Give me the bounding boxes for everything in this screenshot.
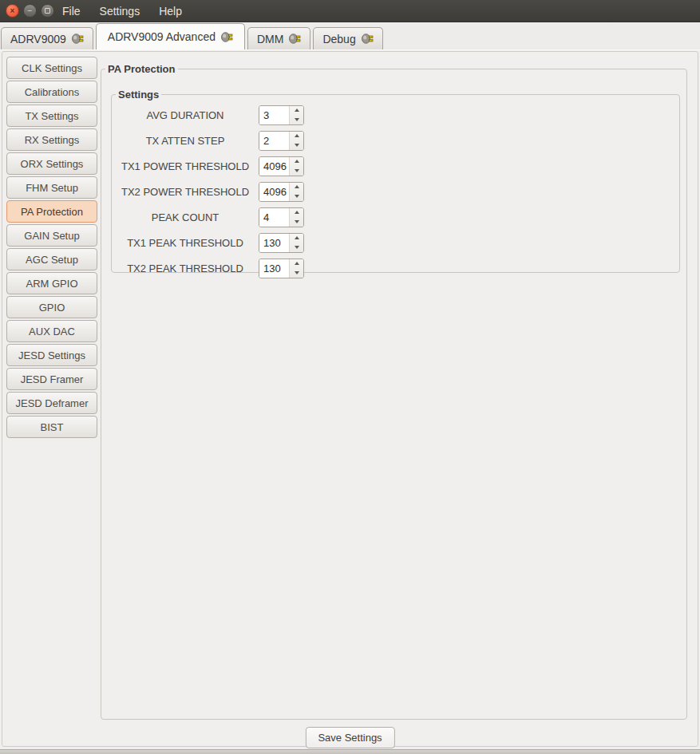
sidebar-item[interactable]: CLK Settings [6,57,97,79]
field-label: TX2 PEAK THRESHOLD [112,263,259,274]
up-arrow-icon [295,236,299,239]
tab[interactable]: Debug [313,27,382,49]
spinbox-value[interactable]: 3 [259,106,289,124]
sidebar-item[interactable]: FHM Setup [6,176,97,199]
close-icon[interactable]: × [6,4,19,18]
tab[interactable]: DMM [247,27,310,49]
spin-down-button[interactable] [290,191,303,201]
tab[interactable]: ADRV9009 Advanced [96,23,245,49]
spinbox-buttons [289,157,303,176]
tab-label: ADRV9009 Advanced [108,30,216,43]
sidebar-item[interactable]: JESD Settings [6,344,97,366]
up-arrow-icon [295,211,299,214]
settings-group: Settings AVG DURATION 3 [111,89,680,273]
spinbox-value[interactable]: 4096 [259,157,289,176]
tab-label: DMM [257,33,283,45]
spin-up-button[interactable] [290,183,303,192]
spinbox[interactable]: 2 [259,131,304,151]
menubar: File Settings Help [62,5,182,18]
sidebar-item[interactable]: ORX Settings [6,152,97,175]
menu-item[interactable]: File [62,5,81,18]
window-controls: × − [0,4,57,18]
sidebar-item[interactable]: AGC Setup [6,248,97,270]
spinbox[interactable]: 4096 [259,182,304,202]
up-arrow-icon [295,160,299,163]
field-row: TX1 PEAK THRESHOLD 130 [112,230,679,255]
up-arrow-icon [295,262,299,265]
plug-icon [289,34,301,44]
spinbox-buttons [289,259,303,278]
sidebar-item[interactable]: JESD Deframer [6,392,97,414]
spinbox-buttons [289,234,303,252]
spin-up-button[interactable] [290,157,303,167]
tab-label: Debug [322,33,355,45]
window-bottom-edge [0,749,700,754]
pa-protection-group-title: PA Protection [105,63,178,75]
tab-bar: ADRV9009 ADRV9009 Advanced DMM [0,22,700,49]
spinbox[interactable]: 4 [259,207,304,227]
field-row: TX2 POWER THRESHOLD 4096 [112,179,679,204]
field-row: TX1 POWER THRESHOLD 4096 [112,153,679,179]
field-label: TX1 POWER THRESHOLD [112,160,259,172]
spin-down-button[interactable] [290,217,303,227]
plug-icon [362,34,374,44]
settings-group-title: Settings [116,89,161,101]
tab-page-adrv9009-advanced: CLK Settings Calibrations TX Settings RX… [0,49,700,749]
spin-up-button[interactable] [290,106,303,116]
spin-up-button[interactable] [290,234,303,243]
plug-icon [72,34,84,44]
spinbox-value[interactable]: 4 [259,208,289,227]
pa-protection-group: PA Protection Settings AVG DURATION 3 [101,63,687,720]
spinbox[interactable]: 130 [259,233,304,253]
spin-down-button[interactable] [290,166,303,176]
down-arrow-icon [295,195,299,198]
spin-down-button[interactable] [290,268,303,278]
minimize-icon[interactable]: − [23,4,37,18]
sidebar-item[interactable]: TX Settings [6,105,97,127]
sidebar-item[interactable]: GPIO [6,296,97,318]
spinbox[interactable]: 130 [259,259,304,278]
spin-down-button[interactable] [290,115,303,124]
menu-item[interactable]: Settings [100,5,140,18]
spinbox-buttons [289,106,303,124]
field-row: AVG DURATION 3 [112,102,679,128]
down-arrow-icon [295,246,299,249]
sidebar-item[interactable]: BIST [6,416,97,438]
field-label: TX2 POWER THRESHOLD [112,186,259,198]
sidebar-item[interactable]: PA Protection [6,200,97,223]
down-arrow-icon [295,271,299,274]
spinbox-buttons [289,132,303,150]
titlebar: × − File Settings Help [0,0,700,22]
field-row: PEAK COUNT 4 [112,204,679,230]
menu-item[interactable]: Help [159,5,182,18]
save-settings-button[interactable]: Save Settings [305,727,394,748]
spin-up-button[interactable] [290,132,303,141]
sidebar-item[interactable]: ARM GPIO [6,272,97,294]
field-label: TX ATTEN STEP [112,135,259,147]
spinbox-buttons [289,183,303,201]
spin-up-button[interactable] [290,259,303,269]
spin-down-button[interactable] [290,140,303,150]
sidebar-item[interactable]: Calibrations [6,81,97,103]
spinbox[interactable]: 3 [259,105,304,125]
spin-down-button[interactable] [290,243,303,252]
spinbox[interactable]: 4096 [259,156,304,176]
spinbox-value[interactable]: 2 [259,132,289,150]
plug-icon [221,32,233,42]
sidebar-item[interactable]: AUX DAC [6,320,97,342]
spinbox-value[interactable]: 130 [259,259,289,278]
sidebar-item[interactable]: GAIN Setup [6,224,97,247]
sidebar: CLK Settings Calibrations TX Settings RX… [6,57,97,438]
tab-label: ADRV9009 [10,33,66,45]
spin-up-button[interactable] [290,208,303,218]
down-arrow-icon [295,144,299,147]
tab[interactable]: ADRV9009 [1,27,93,49]
sidebar-item[interactable]: JESD Framer [6,368,97,390]
field-label: TX1 PEAK THRESHOLD [112,237,259,249]
sidebar-item[interactable]: RX Settings [6,128,97,151]
spinbox-value[interactable]: 4096 [259,183,289,201]
maximize-icon[interactable] [41,4,54,18]
down-arrow-icon [295,220,299,223]
spinbox-value[interactable]: 130 [259,234,289,252]
spinbox-buttons [289,208,303,227]
